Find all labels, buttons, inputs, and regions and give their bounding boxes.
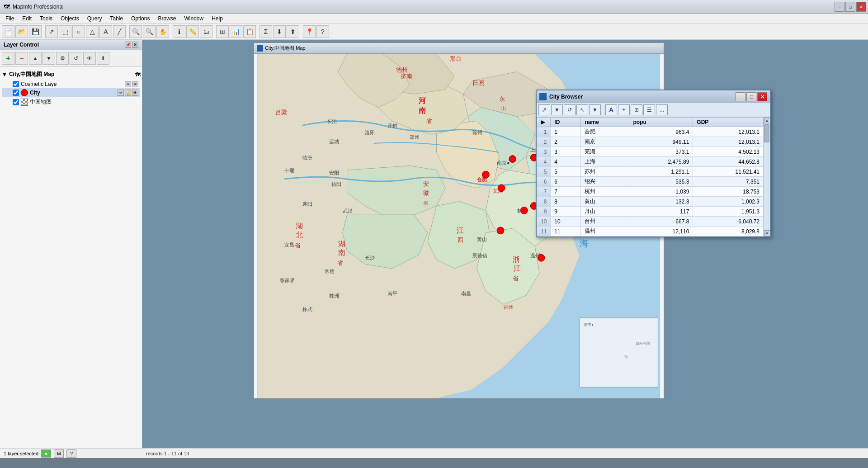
menu-browse[interactable]: Browse bbox=[154, 14, 179, 23]
city-eye[interactable]: 👁 bbox=[132, 90, 138, 96]
tb-layout[interactable]: 📋 bbox=[243, 25, 256, 38]
add-layer-button[interactable]: + bbox=[2, 52, 14, 65]
cb-add-col-btn[interactable]: + bbox=[618, 104, 630, 115]
tb-save[interactable]: 💾 bbox=[29, 25, 42, 38]
status-green-button[interactable]: ● bbox=[41, 449, 51, 458]
tb-layer[interactable]: 🗂 bbox=[200, 25, 212, 38]
pin-button[interactable]: 📌 bbox=[125, 42, 131, 48]
menu-window[interactable]: Window bbox=[180, 14, 207, 23]
svg-text:山: 山 bbox=[501, 106, 506, 111]
scroll-thumb[interactable] bbox=[764, 124, 769, 142]
layer-item-china-map[interactable]: 中国地图 bbox=[2, 97, 140, 107]
table-row[interactable]: 7 7 杭州 1,039 18,753 bbox=[537, 187, 764, 197]
remove-layer-button[interactable]: − bbox=[15, 52, 28, 65]
menu-file[interactable]: File bbox=[2, 14, 18, 23]
tb-table[interactable]: ⊞ bbox=[216, 25, 229, 38]
menu-help[interactable]: Help bbox=[208, 14, 226, 23]
city-browser-table-container[interactable]: ▶ ID name popu GDP 1 1 合肥 963.4 12,013.1… bbox=[537, 117, 764, 236]
table-row[interactable]: 8 8 黄山 132.3 1,002.3 bbox=[537, 197, 764, 207]
cb-dropdown-btn[interactable]: ▼ bbox=[551, 104, 563, 115]
col-id[interactable]: ID bbox=[551, 118, 581, 127]
tb-help[interactable]: ? bbox=[316, 25, 329, 38]
scroll-down-button[interactable]: ▼ bbox=[764, 230, 770, 236]
menu-options[interactable]: Options bbox=[127, 14, 153, 23]
cb-close-button[interactable]: ✕ bbox=[757, 92, 767, 101]
cb-refresh-btn[interactable]: ↺ bbox=[564, 104, 576, 115]
tb-open[interactable]: 📂 bbox=[15, 25, 28, 38]
table-row[interactable]: 4 4 上海 2,475.89 44,652.8 bbox=[537, 157, 764, 167]
cb-cursor-btn[interactable]: ↖ bbox=[576, 104, 588, 115]
tb-circle[interactable]: ○ bbox=[72, 25, 85, 38]
city-browser-scrollbar[interactable]: ▲ ▼ bbox=[764, 117, 770, 236]
tb-zoom-out[interactable]: 🔍 bbox=[143, 25, 156, 38]
tb-graph[interactable]: 📊 bbox=[230, 25, 242, 38]
layer-options-button[interactable]: ⚙ bbox=[56, 52, 69, 65]
table-row[interactable]: 1 1 合肥 963.4 12,013.1 bbox=[537, 127, 764, 137]
table-row[interactable]: 3 3 芜湖 373.1 4,502.13 bbox=[537, 147, 764, 157]
city-edit-pencil[interactable]: ✏ bbox=[118, 90, 124, 96]
refresh-button[interactable]: ↺ bbox=[70, 52, 82, 65]
china-map-checkbox[interactable] bbox=[13, 99, 19, 105]
cb-minimize-button[interactable]: ─ bbox=[736, 92, 745, 101]
tb-export[interactable]: ⬆ bbox=[287, 25, 299, 38]
layer-group-header[interactable]: ▼ City,中国地图 Map 🗺 bbox=[2, 71, 140, 78]
cb-more-btn[interactable]: … bbox=[656, 104, 668, 115]
close-panel-button[interactable]: ✕ bbox=[132, 42, 138, 48]
tb-info[interactable]: ℹ bbox=[173, 25, 185, 38]
city-bulb[interactable]: 💡 bbox=[125, 90, 131, 96]
cb-cursor-dropdown[interactable]: ▼ bbox=[589, 104, 601, 115]
scroll-up-button[interactable]: ▲ bbox=[764, 117, 770, 123]
title-bar: 🗺 MapInfo Professional ─ □ ✕ bbox=[0, 0, 868, 14]
table-row[interactable]: 10 10 台州 667.8 6,040.72 bbox=[537, 217, 764, 227]
status-grid-button[interactable]: ⊞ bbox=[54, 449, 64, 458]
layer-item-city[interactable]: City ✏ 💡 👁 bbox=[2, 88, 140, 97]
tb-polygon[interactable]: △ bbox=[86, 25, 99, 38]
cosmetic-eye[interactable]: 👁 bbox=[132, 81, 138, 87]
tb-geocode[interactable]: 📍 bbox=[303, 25, 316, 38]
tb-text[interactable]: A bbox=[99, 25, 112, 38]
menu-query[interactable]: Query bbox=[84, 14, 106, 23]
menu-objects[interactable]: Objects bbox=[57, 14, 83, 23]
city-browser-table-body: 1 1 合肥 963.4 12,013.1 2 2 南京 949.11 12,0… bbox=[537, 127, 764, 236]
maximize-button[interactable]: □ bbox=[845, 2, 855, 12]
cell-popu: 949.11 bbox=[629, 137, 693, 147]
menu-edit[interactable]: Edit bbox=[19, 14, 35, 23]
tb-pan[interactable]: ✋ bbox=[156, 25, 169, 38]
export-layer-button[interactable]: ⬆ bbox=[97, 52, 109, 65]
move-down-button[interactable]: ▼ bbox=[42, 52, 55, 65]
close-button[interactable]: ✕ bbox=[856, 2, 866, 12]
layer-item-cosmetic[interactable]: Cosmetic Laye ✏ 👁 bbox=[2, 80, 140, 88]
tb-select[interactable]: ⬚ bbox=[59, 25, 71, 38]
table-row[interactable]: 11 11 温州 12,110 8,029.8 bbox=[537, 227, 764, 236]
tb-zoom-in[interactable]: 🔍 bbox=[129, 25, 142, 38]
tb-ruler[interactable]: 📏 bbox=[186, 25, 199, 38]
col-gdp[interactable]: GDP bbox=[693, 118, 764, 127]
row-indicator: 9 bbox=[537, 207, 551, 217]
tb-line[interactable]: ╱ bbox=[113, 25, 126, 38]
map-area[interactable]: City,中国地图 Map bbox=[142, 40, 868, 458]
cosmetic-checkbox[interactable] bbox=[13, 81, 19, 87]
city-checkbox[interactable] bbox=[13, 90, 19, 96]
view-button[interactable]: 👁 bbox=[83, 52, 96, 65]
cb-list-btn[interactable]: ☰ bbox=[643, 104, 655, 115]
col-name[interactable]: name bbox=[581, 118, 629, 127]
menu-table[interactable]: Table bbox=[106, 14, 127, 23]
minimize-button[interactable]: ─ bbox=[835, 2, 844, 12]
table-row[interactable]: 9 9 舟山 117 1,951.3 bbox=[537, 207, 764, 217]
tb-new[interactable]: 📄 bbox=[2, 25, 14, 38]
table-row[interactable]: 2 2 南京 949.11 12,013.1 bbox=[537, 137, 764, 147]
status-help-button[interactable]: ? bbox=[66, 449, 76, 458]
cosmetic-edit-pencil[interactable]: ✏ bbox=[125, 81, 131, 87]
table-row[interactable]: 6 6 绍兴 535.3 7,351 bbox=[537, 177, 764, 187]
tb-arrow[interactable]: ↗ bbox=[45, 25, 58, 38]
cb-select-tool[interactable]: ↗ bbox=[538, 104, 550, 115]
table-row[interactable]: 5 5 苏州 1,291.1 11,521.41 bbox=[537, 167, 764, 177]
menu-tools[interactable]: Tools bbox=[36, 14, 56, 23]
tb-sql[interactable]: Σ bbox=[259, 25, 272, 38]
move-up-button[interactable]: ▲ bbox=[29, 52, 42, 65]
tb-import[interactable]: ⬇ bbox=[273, 25, 286, 38]
cb-grid-btn[interactable]: ⊞ bbox=[631, 104, 642, 115]
col-popu[interactable]: popu bbox=[629, 118, 693, 127]
cb-maximize-button[interactable]: □ bbox=[746, 92, 756, 101]
cb-font-btn[interactable]: A bbox=[605, 104, 617, 115]
